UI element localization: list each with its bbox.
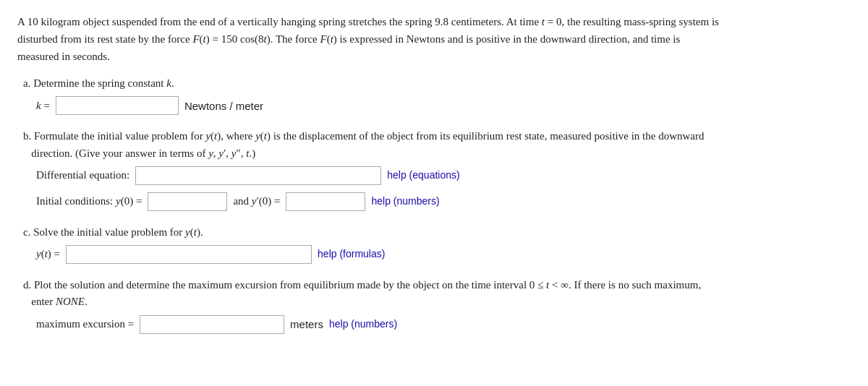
and-label: and y′(0) = xyxy=(233,193,280,210)
k-input[interactable] xyxy=(56,96,179,115)
yt-input[interactable] xyxy=(66,245,312,264)
help-formulas-link[interactable]: help (formulas) xyxy=(318,246,385,262)
section-c-row: y(t) = help (formulas) xyxy=(36,245,851,264)
yprime0-input[interactable] xyxy=(286,192,365,211)
k-units: Newtons / meter xyxy=(184,98,263,114)
ic-label: Initial conditions: y(0) = xyxy=(36,193,142,210)
max-excursion-units: meters xyxy=(290,316,323,333)
section-d-row: maximum excursion = meters help (numbers… xyxy=(36,315,851,334)
help-numbers-2-link[interactable]: help (numbers) xyxy=(329,317,397,333)
ic-row: Initial conditions: y(0) = and y′(0) = h… xyxy=(36,192,851,211)
diff-eq-label: Differential equation: xyxy=(36,167,129,184)
help-numbers-1-link[interactable]: help (numbers) xyxy=(371,194,439,210)
section-a-row: k = Newtons / meter xyxy=(36,96,851,115)
help-equations-link[interactable]: help (equations) xyxy=(387,168,459,184)
intro-line1: A 10 kilogram object suspended from the … xyxy=(17,13,851,65)
diff-eq-input[interactable] xyxy=(135,166,381,185)
section-c-label: c. Solve the initial value problem for y… xyxy=(23,224,851,241)
yt-label: y(t) = xyxy=(36,246,60,262)
section-c: c. Solve the initial value problem for y… xyxy=(17,224,851,264)
section-a: a. Determine the spring constant k. k = … xyxy=(17,75,851,115)
intro-paragraph: A 10 kilogram object suspended from the … xyxy=(17,13,851,65)
diff-eq-row: Differential equation: help (equations) xyxy=(36,166,851,185)
section-a-label: a. Determine the spring constant k. xyxy=(23,75,851,92)
k-label: k = xyxy=(36,98,50,114)
section-b: b. Formulate the initial value problem f… xyxy=(17,128,851,211)
max-excursion-label: maximum excursion = xyxy=(36,316,134,333)
section-b-label: b. Formulate the initial value problem f… xyxy=(23,128,851,162)
section-d: d. Plot the solution and determine the m… xyxy=(17,277,851,334)
y0-input[interactable] xyxy=(148,192,227,211)
section-d-label: d. Plot the solution and determine the m… xyxy=(23,277,851,311)
max-excursion-input[interactable] xyxy=(140,315,284,334)
